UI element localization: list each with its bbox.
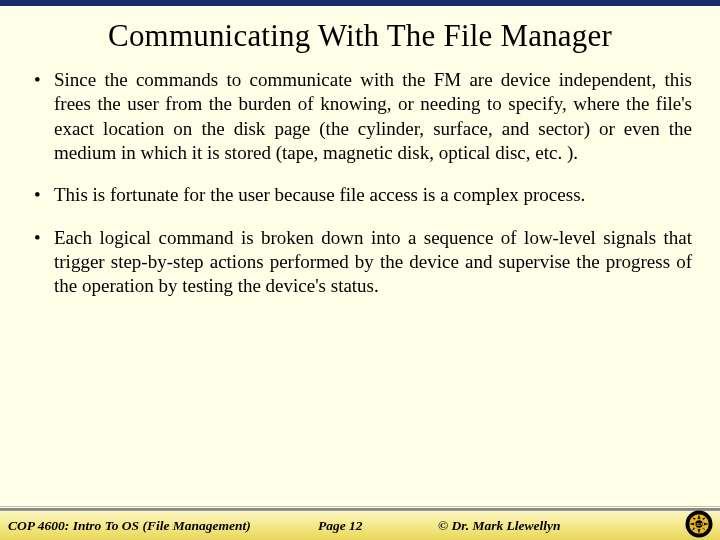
slide-title: Communicating With The File Manager: [0, 6, 720, 68]
ucf-logo-icon: UCF: [684, 509, 714, 539]
bullet-item: Since the commands to communicate with t…: [28, 68, 692, 165]
footer-copyright: © Dr. Mark Llewellyn: [438, 518, 561, 534]
footer-course: COP 4600: Intro To OS (File Management): [8, 518, 251, 534]
footer-page: Page 12: [318, 518, 363, 534]
bullet-list: Since the commands to communicate with t…: [28, 68, 692, 299]
slide-footer: COP 4600: Intro To OS (File Management) …: [0, 510, 720, 540]
bullet-item: This is fortunate for the user because f…: [28, 183, 692, 207]
footer-divider: [0, 506, 720, 507]
bullet-item: Each logical command is broken down into…: [28, 226, 692, 299]
slide-content: Since the commands to communicate with t…: [0, 68, 720, 299]
slide: Communicating With The File Manager Sinc…: [0, 0, 720, 540]
svg-text:UCF: UCF: [695, 523, 703, 527]
